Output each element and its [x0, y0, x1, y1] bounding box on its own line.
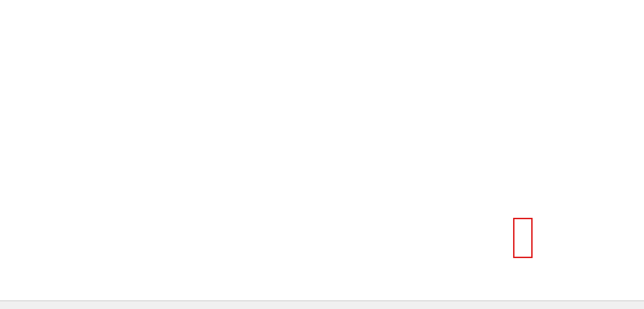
chart-canvas[interactable] [0, 0, 644, 309]
trading-terminal-window [0, 0, 644, 309]
volume-highlight-box[interactable] [513, 218, 533, 258]
chart-title [3, 2, 7, 6]
symbol-tab-bar [0, 301, 644, 309]
